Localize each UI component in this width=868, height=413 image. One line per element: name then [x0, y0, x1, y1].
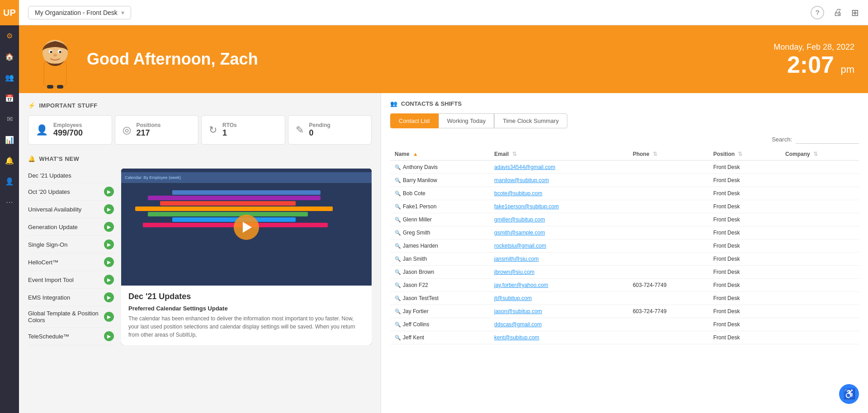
contact-search-icon[interactable]: 🔍 — [395, 204, 401, 209]
sidebar-item-more[interactable]: ⋯ — [0, 192, 19, 211]
positions-value: 217 — [137, 128, 161, 138]
sidebar-item-users[interactable]: 👥 — [0, 68, 19, 87]
contact-search-icon[interactable]: 🔍 — [395, 296, 401, 301]
stat-employees[interactable]: 👤 Employees 499/700 — [28, 115, 112, 145]
news-item-event-import[interactable]: Event Import Tool ▶ — [28, 271, 114, 289]
sidebar-item-reports[interactable]: 📊 — [0, 130, 19, 149]
table-row: 🔍Anthony Davis adavis34544@gmail.com Fro… — [390, 160, 859, 174]
contact-name: 🔍Glenn Miller — [390, 213, 490, 226]
news-item-oct20[interactable]: Oct '20 Updates ▶ — [28, 183, 114, 201]
contact-search-icon[interactable]: 🔍 — [395, 217, 401, 222]
topbar-left: My Organization - Front Desk ▾ — [28, 6, 131, 19]
stat-rtos[interactable]: ↻ RTOs 1 — [201, 115, 285, 145]
contact-search-icon[interactable]: 🔍 — [395, 309, 401, 314]
stat-positions[interactable]: ◎ Positions 217 — [115, 115, 199, 145]
contact-position: Front Desk — [709, 331, 781, 344]
lightning-icon: ⚡ — [28, 102, 36, 109]
rtos-icon: ↻ — [209, 124, 217, 136]
positions-icon: ◎ — [123, 124, 131, 136]
contacts-tabs: Contact List Working Today Time Clock Su… — [390, 113, 859, 128]
table-row: 🔍Barry Manilow manilow@subitup.com Front… — [390, 174, 859, 187]
contact-search-icon[interactable]: 🔍 — [395, 230, 401, 235]
stat-pending[interactable]: ✎ Pending 0 — [288, 115, 372, 145]
table-row: 🔍Jason F22 jay.fortier@yahoo.com 603-724… — [390, 279, 859, 292]
col-email[interactable]: Email ⇅ — [490, 148, 628, 160]
contact-position: Front Desk — [709, 187, 781, 200]
contact-position: Front Desk — [709, 318, 781, 331]
tab-contact-list[interactable]: Contact List — [390, 113, 439, 128]
arrow-icon: ▶ — [104, 257, 114, 267]
contact-name: 🔍Jason F22 — [390, 279, 490, 292]
accessibility-button[interactable]: ♿ — [839, 384, 859, 404]
sidebar-item-calendar[interactable]: 📅 — [0, 89, 19, 108]
contact-name: 🔍Greg Smith — [390, 226, 490, 239]
video-area: Calendar: By Employee (week) — [121, 169, 372, 345]
body-split: ⚡ IMPORTANT STUFF 👤 Employees 499/700 ◎ … — [19, 93, 868, 413]
col-name[interactable]: Name ▲ — [390, 148, 490, 160]
contact-search-icon[interactable]: 🔍 — [395, 191, 401, 196]
contact-phone — [628, 266, 709, 279]
contact-position: Front Desk — [709, 174, 781, 187]
arrow-icon: ▶ — [104, 312, 114, 322]
svg-rect-7 — [47, 85, 53, 89]
org-selector-label: My Organization - Front Desk — [35, 9, 118, 16]
news-item-sso[interactable]: Single Sign-On ▶ — [28, 236, 114, 253]
news-item-generation[interactable]: Generation Update ▶ — [28, 218, 114, 236]
news-item-ems[interactable]: EMS Integration ▶ — [28, 289, 114, 306]
news-item-teleschedule[interactable]: TeleSchedule™ ▶ — [28, 328, 114, 345]
contact-name: 🔍Barry Manilow — [390, 174, 490, 187]
contact-search-icon[interactable]: 🔍 — [395, 178, 401, 183]
search-input[interactable] — [796, 135, 859, 144]
table-header-row: Name ▲ Email ⇅ Phone ⇅ Position ⇅ Compan… — [390, 148, 859, 160]
news-item-global-template[interactable]: Global Template & Position Colors ▶ — [28, 306, 114, 328]
news-item-hellocert[interactable]: HelloCert™ ▶ — [28, 253, 114, 271]
news-item-dec21[interactable]: Dec '21 Updates — [28, 169, 114, 183]
contact-search-icon[interactable]: 🔍 — [395, 282, 401, 288]
contact-phone — [628, 318, 709, 331]
contact-company — [781, 187, 859, 200]
contact-search-icon[interactable]: 🔍 — [395, 269, 401, 275]
contact-email: jbrown@siu.com — [490, 266, 628, 279]
col-phone[interactable]: Phone ⇅ — [628, 148, 709, 160]
print-icon[interactable]: 🖨 — [833, 7, 842, 18]
tab-time-clock-summary[interactable]: Time Clock Summary — [494, 113, 567, 128]
sidebar-item-messages[interactable]: ✉ — [0, 109, 19, 128]
help-icon[interactable]: ? — [811, 6, 824, 19]
tab-working-today[interactable]: Working Today — [439, 113, 495, 128]
hero-greeting: Good Afternoon, Zach — [87, 50, 258, 69]
sidebar-item-settings[interactable]: ⚙ — [0, 26, 19, 45]
whats-new-list: Dec '21 Updates Oct '20 Updates ▶ Univer… — [28, 169, 372, 345]
col-position[interactable]: Position ⇅ — [709, 148, 781, 160]
contact-search-icon[interactable]: 🔍 — [395, 322, 401, 327]
contacts-header: 👥 CONTACTS & SHIFTS — [390, 100, 859, 107]
play-button[interactable] — [234, 215, 259, 240]
contact-search-icon[interactable]: 🔍 — [395, 243, 401, 249]
contact-company — [781, 239, 859, 253]
contact-search-icon[interactable]: 🔍 — [395, 256, 401, 262]
contact-name: 🔍Jason TestTest — [390, 292, 490, 305]
table-row: 🔍Greg Smith gsmith@sample.com Front Desk — [390, 226, 859, 239]
sidebar-item-profile[interactable]: 👤 — [0, 172, 19, 191]
sidebar-item-notifications[interactable]: 🔔 — [0, 151, 19, 170]
contact-search-icon[interactable]: 🔍 — [395, 335, 401, 340]
contact-phone — [628, 213, 709, 226]
sidebar-item-home[interactable]: 🏠 — [0, 47, 19, 66]
contact-email: bcote@subitup.com — [490, 187, 628, 200]
hero-left: Good Afternoon, Zach — [33, 34, 258, 84]
contact-search-icon[interactable]: 🔍 — [395, 164, 401, 170]
news-item-universal[interactable]: Universal Availability ▶ — [28, 201, 114, 218]
contact-phone: 603-724-7749 — [628, 305, 709, 318]
contact-name: 🔍Bob Cote — [390, 187, 490, 200]
bell-icon: 🔔 — [28, 155, 36, 162]
pending-label: Pending — [309, 122, 330, 128]
org-selector-chevron: ▾ — [121, 9, 124, 16]
contact-email: adavis34544@gmail.com — [490, 160, 628, 174]
contact-phone — [628, 239, 709, 253]
org-selector[interactable]: My Organization - Front Desk ▾ — [28, 6, 131, 19]
arrow-icon: ▶ — [104, 187, 114, 197]
grid-icon[interactable]: ⊞ — [851, 7, 859, 18]
contacts-table-wrapper: Name ▲ Email ⇅ Phone ⇅ Position ⇅ Compan… — [390, 148, 859, 406]
contact-name: 🔍James Harden — [390, 239, 490, 253]
col-company[interactable]: Company ⇅ — [781, 148, 859, 160]
pending-value: 0 — [309, 128, 330, 138]
